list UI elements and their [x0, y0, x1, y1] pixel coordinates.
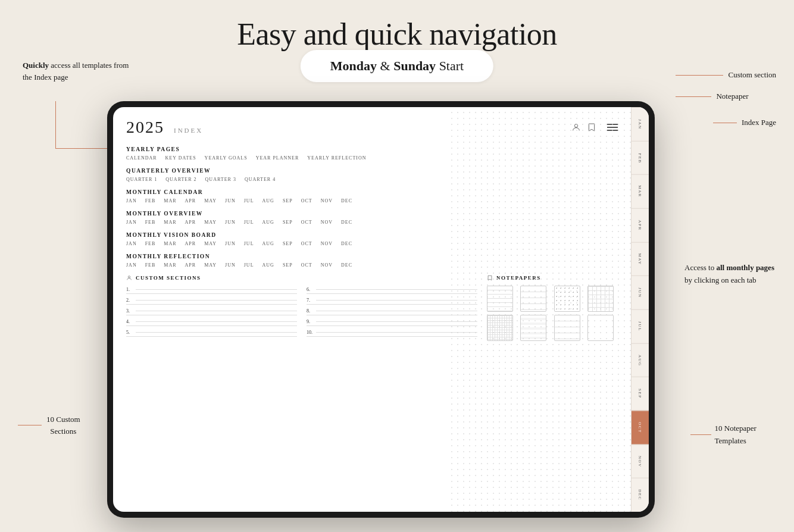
- mo-oct[interactable]: OCT: [301, 220, 312, 225]
- connector-line-4: [690, 434, 711, 435]
- yearly-reflection[interactable]: YEARLY REFLECTION: [307, 155, 366, 161]
- planner-year: 2025: [126, 118, 164, 137]
- mo-sep[interactable]: SEP: [283, 220, 293, 225]
- tab-oct[interactable]: OCT: [632, 411, 649, 445]
- tab-feb[interactable]: FEB: [632, 141, 649, 175]
- yearly-calendar[interactable]: CALENDAR: [126, 155, 157, 161]
- mc-aug[interactable]: AUG: [262, 198, 274, 204]
- notepaper-templates-annotation: 10 Notepaper Templates: [690, 423, 780, 447]
- mvb-jun[interactable]: JUN: [225, 241, 236, 246]
- mc-nov[interactable]: NOV: [321, 198, 333, 204]
- quarter-1[interactable]: QUARTER 1: [126, 177, 157, 182]
- mc-sep[interactable]: SEP: [283, 198, 293, 204]
- mr-nov[interactable]: NOV: [321, 262, 333, 268]
- mvb-nov[interactable]: NOV: [321, 241, 333, 246]
- custom-item-1[interactable]: 1.: [126, 286, 297, 294]
- connector-line-2: [676, 96, 711, 97]
- tab-jan[interactable]: JAN: [632, 107, 649, 141]
- mo-jun[interactable]: JUN: [225, 220, 236, 225]
- tab-sep[interactable]: SEP: [632, 377, 649, 411]
- mr-may[interactable]: MAY: [204, 262, 217, 268]
- yearly-key-dates[interactable]: KEY DATES: [165, 155, 196, 161]
- mvb-aug[interactable]: AUG: [262, 241, 274, 246]
- mc-feb[interactable]: FEB: [145, 198, 156, 204]
- custom-sections-count: 10 CustomSections: [18, 414, 80, 437]
- mc-apr[interactable]: APR: [185, 198, 196, 204]
- yearly-goals[interactable]: YEARLY GOALS: [205, 155, 248, 161]
- mvb-dec[interactable]: DEC: [341, 241, 352, 246]
- quarter-4[interactable]: QUARTER 4: [245, 177, 276, 182]
- mvb-mar[interactable]: MAR: [164, 241, 176, 246]
- mc-dec[interactable]: DEC: [341, 198, 352, 204]
- custom-section-label: Custom section: [728, 70, 776, 80]
- custom-sections-title: CUSTOM SECTIONS: [136, 275, 201, 281]
- custom-item-4[interactable]: 4.: [126, 318, 297, 326]
- mr-aug[interactable]: AUG: [262, 262, 274, 268]
- mo-jan[interactable]: JAN: [126, 220, 137, 225]
- planner-content: 2025 INDEX YEARLY PAGES CALENDAR KEY DAT…: [113, 107, 631, 512]
- mr-dec[interactable]: DEC: [341, 262, 352, 268]
- mvb-jul[interactable]: JUL: [244, 241, 254, 246]
- custom-section-annotation: Custom section: [676, 70, 776, 80]
- mc-jan[interactable]: JAN: [126, 198, 137, 204]
- tab-jun[interactable]: JUN: [632, 276, 649, 309]
- mo-dec[interactable]: DEC: [341, 220, 352, 225]
- connector-line-3: [713, 123, 737, 123]
- mo-jul[interactable]: JUL: [244, 220, 254, 225]
- tab-may[interactable]: MAY: [632, 242, 649, 276]
- tab-apr[interactable]: APR: [632, 208, 649, 242]
- mc-jul[interactable]: JUL: [244, 198, 254, 204]
- mr-jul[interactable]: JUL: [244, 262, 254, 268]
- connector-line-1: [676, 75, 723, 76]
- monday-label: Monday: [330, 58, 377, 73]
- mvb-sep[interactable]: SEP: [283, 241, 293, 246]
- tab-nov[interactable]: NOV: [632, 445, 649, 478]
- mr-apr[interactable]: APR: [185, 262, 196, 268]
- mc-mar[interactable]: MAR: [164, 198, 176, 204]
- left-bracket-connector: [55, 101, 109, 149]
- tab-mar[interactable]: MAR: [632, 174, 649, 208]
- custom-item-5[interactable]: 5.: [126, 328, 297, 337]
- custom-sections-panel: CUSTOM SECTIONS 1. 6. 2. 7. 3. 8. 4. 9. …: [126, 275, 477, 341]
- custom-item-2[interactable]: 2.: [126, 296, 297, 305]
- mvb-may[interactable]: MAY: [204, 241, 217, 246]
- mr-mar[interactable]: MAR: [164, 262, 176, 268]
- mo-feb[interactable]: FEB: [145, 220, 156, 225]
- mr-oct[interactable]: OCT: [301, 262, 312, 268]
- index-page-annotation: Index Page: [713, 118, 776, 127]
- mc-oct[interactable]: OCT: [301, 198, 312, 204]
- mr-jan[interactable]: JAN: [126, 262, 137, 268]
- dotted-background: [446, 107, 631, 512]
- mc-jun[interactable]: JUN: [225, 198, 236, 204]
- tab-aug[interactable]: AUG: [632, 343, 649, 377]
- mvb-feb[interactable]: FEB: [145, 241, 156, 246]
- start-label: Start: [439, 58, 464, 73]
- quarter-3[interactable]: QUARTER 3: [205, 177, 236, 182]
- mo-may[interactable]: MAY: [204, 220, 217, 225]
- quarter-2[interactable]: QUARTER 2: [165, 177, 196, 182]
- access-label: Access to: [684, 263, 716, 272]
- mo-nov[interactable]: NOV: [321, 220, 333, 225]
- mvb-jan[interactable]: JAN: [126, 241, 137, 246]
- custom-sections-count-text: 10 CustomSections: [46, 414, 80, 437]
- custom-item-3[interactable]: 3.: [126, 307, 297, 315]
- mo-apr[interactable]: APR: [185, 220, 196, 225]
- tab-dec[interactable]: DEC: [632, 478, 649, 512]
- by-clicking: by clicking on each tab: [684, 276, 757, 284]
- custom-sections-header: CUSTOM SECTIONS: [126, 275, 477, 281]
- tab-jul[interactable]: JUL: [632, 309, 649, 343]
- sunday-label: Sunday: [393, 58, 436, 73]
- mo-aug[interactable]: AUG: [262, 220, 274, 225]
- tablet-device: 2025 INDEX YEARLY PAGES CALENDAR KEY DAT…: [107, 101, 655, 518]
- yearly-year-planner[interactable]: YEAR PLANNER: [256, 155, 299, 161]
- monthly-pages-annotation: Access to all monthly pages by clicking …: [684, 262, 780, 287]
- mo-mar[interactable]: MAR: [164, 220, 176, 225]
- mvb-oct[interactable]: OCT: [301, 241, 312, 246]
- mr-jun[interactable]: JUN: [225, 262, 236, 268]
- ampersand: &: [380, 58, 394, 73]
- mc-may[interactable]: MAY: [204, 198, 217, 204]
- mr-sep[interactable]: SEP: [283, 262, 293, 268]
- right-annotations: Custom section Notepaper: [676, 70, 776, 113]
- mr-feb[interactable]: FEB: [145, 262, 156, 268]
- mvb-apr[interactable]: APR: [185, 241, 196, 246]
